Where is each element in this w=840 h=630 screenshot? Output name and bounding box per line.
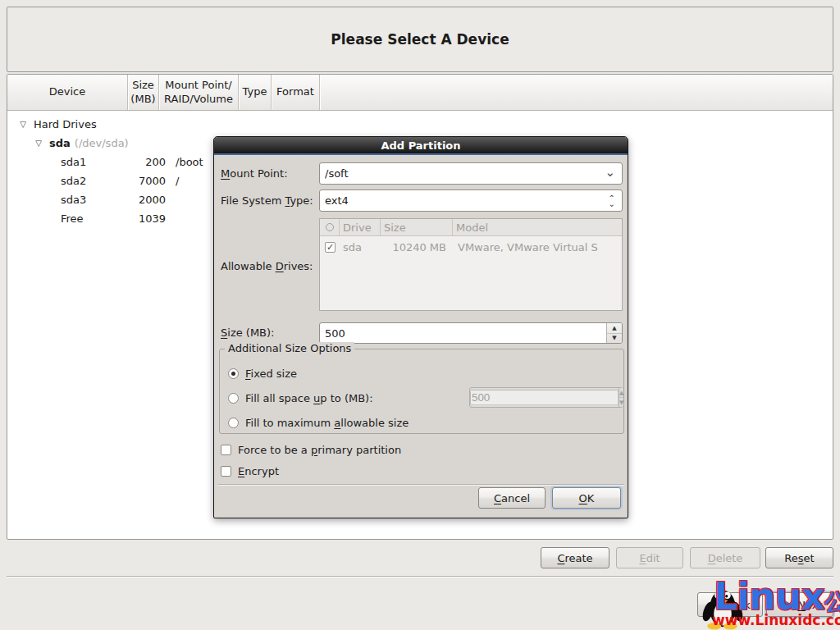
- checkbox-icon[interactable]: [221, 466, 231, 477]
- chevron-down-icon[interactable]: ⌄: [601, 168, 622, 180]
- column-header-device[interactable]: Device: [7, 75, 128, 110]
- back-button[interactable]: Back: [697, 592, 763, 617]
- fill-up-to-spinbox: ▲▼: [469, 387, 623, 408]
- radio-fill-up-to[interactable]: Fill all space up to (MB):: [228, 392, 373, 404]
- radio-selected-icon[interactable]: [228, 368, 239, 379]
- tree-row-hard-drives[interactable]: ▽ Hard Drives: [7, 115, 833, 134]
- dialog-titlebar[interactable]: Add Partition: [214, 137, 628, 155]
- reset-button[interactable]: Reset: [765, 547, 833, 568]
- create-button[interactable]: Create: [541, 547, 609, 568]
- dialog-title: Add Partition: [381, 139, 460, 152]
- dialog-separator: [217, 484, 624, 486]
- title-panel: Please Select A Device: [7, 7, 833, 72]
- ok-button[interactable]: OK: [552, 487, 621, 509]
- model-column-header: Model: [453, 219, 622, 235]
- additional-size-options-frame: Additional Size Options Fixed size Fill …: [219, 349, 624, 434]
- page-title: Please Select A Device: [331, 31, 509, 48]
- fs-type-value: ext4: [320, 194, 605, 207]
- column-header-format[interactable]: Format: [272, 75, 320, 110]
- installer-window: Please Select A Device Device Size (MB) …: [0, 0, 840, 630]
- column-header-mount-point[interactable]: Mount Point/ RAID/Volume: [159, 75, 239, 110]
- size-label: Size (MB):: [221, 326, 275, 339]
- spinner-arrows[interactable]: ▲▼: [606, 323, 622, 343]
- radio-fixed-size[interactable]: Fixed size: [228, 368, 297, 380]
- footer-separator: [7, 576, 833, 578]
- cancel-button[interactable]: Cancel: [478, 487, 546, 509]
- mount-point-label: Mount Point:: [221, 167, 288, 180]
- force-primary-checkbox[interactable]: Force to be a primary partition: [221, 444, 401, 456]
- device-table-header: Device Size (MB) Mount Point/ RAID/Volum…: [7, 75, 833, 111]
- delete-button: Delete: [690, 547, 760, 568]
- encrypt-checkbox[interactable]: Encrypt: [221, 465, 279, 477]
- expander-open-icon[interactable]: ▽: [33, 139, 44, 148]
- back-arrow-icon: [710, 599, 719, 610]
- mount-point-combobox[interactable]: ⌄: [319, 162, 623, 185]
- spinner-arrows-disabled: ▲▼: [619, 388, 623, 407]
- mount-point-input[interactable]: [320, 167, 601, 180]
- allowable-drives-table: Drive Size Model ✓ sda 10240 MB VMware, …: [319, 218, 623, 311]
- add-partition-dialog: Add Partition Mount Point: ⌄ File System…: [213, 136, 628, 518]
- check-column-header: [320, 219, 340, 235]
- next-button[interactable]: Next: [766, 592, 833, 617]
- column-header-size[interactable]: Size (MB): [128, 75, 159, 110]
- circle-icon: [326, 223, 334, 231]
- checkbox-icon[interactable]: [221, 445, 231, 455]
- expander-open-icon[interactable]: ▽: [17, 120, 29, 129]
- radio-icon[interactable]: [228, 393, 239, 404]
- edit-button: Edit: [616, 547, 683, 568]
- size-spinbox[interactable]: ▲▼: [319, 322, 623, 344]
- next-arrow-icon: [783, 599, 792, 610]
- drive-row-sda: ✓ sda 10240 MB VMware, VMware Virtual S: [320, 236, 622, 258]
- chevron-updown-icon[interactable]: ⌃⌄: [605, 195, 622, 207]
- size-column-header: Size: [381, 219, 453, 235]
- fs-type-combobox[interactable]: ext4 ⌃⌄: [319, 189, 623, 212]
- fs-type-label: File System Type:: [221, 194, 313, 207]
- allowable-drives-label: Allowable Drives:: [221, 260, 313, 272]
- column-header-empty: [320, 75, 833, 110]
- checked-checkbox-icon: ✓: [325, 242, 336, 253]
- frame-legend: Additional Size Options: [225, 342, 354, 354]
- size-input[interactable]: [320, 327, 606, 340]
- drive-column-header: Drive: [340, 219, 381, 235]
- radio-fill-max[interactable]: Fill to maximum allowable size: [228, 417, 409, 429]
- allowable-drives-header: Drive Size Model: [320, 219, 622, 236]
- fill-up-to-input: [470, 390, 619, 405]
- column-header-type[interactable]: Type: [239, 75, 272, 110]
- radio-icon[interactable]: [228, 418, 239, 428]
